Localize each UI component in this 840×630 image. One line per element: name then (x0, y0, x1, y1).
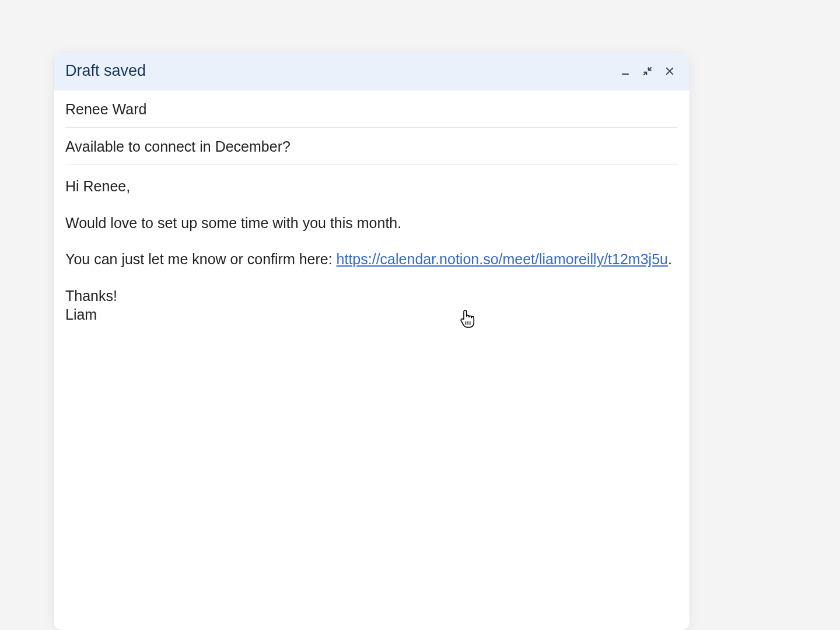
subject-field[interactable]: Available to connect in December? (65, 128, 678, 165)
compose-header: Draft saved (54, 52, 690, 90)
compose-body[interactable]: Hi Renee, Would love to set up some time… (54, 165, 690, 324)
close-button[interactable] (662, 63, 678, 79)
minimize-button[interactable] (617, 63, 634, 79)
close-icon (664, 65, 676, 77)
body-signature: Liam (65, 305, 678, 324)
to-field[interactable]: Renee Ward (65, 90, 678, 128)
body-line2-prefix: You can just let me know or confirm here… (65, 251, 337, 267)
compose-fields: Renee Ward Available to connect in Decem… (54, 90, 690, 165)
exit-fullscreen-button[interactable] (639, 63, 656, 79)
exit-fullscreen-icon (642, 65, 653, 77)
body-line2: You can just let me know or confirm here… (65, 250, 678, 269)
body-line2-suffix: . (668, 251, 672, 267)
compose-title: Draft saved (65, 62, 146, 80)
compose-window: Draft saved (54, 52, 690, 630)
body-greeting: Hi Renee, (65, 177, 678, 196)
minimize-icon (620, 65, 631, 77)
body-closing: Thanks! Liam (65, 286, 678, 324)
scheduling-link[interactable]: https://calendar.notion.so/meet/liamorei… (337, 251, 668, 267)
body-thanks: Thanks! (65, 286, 678, 306)
body-line1: Would love to set up some time with you … (65, 214, 678, 233)
window-controls (617, 63, 678, 79)
